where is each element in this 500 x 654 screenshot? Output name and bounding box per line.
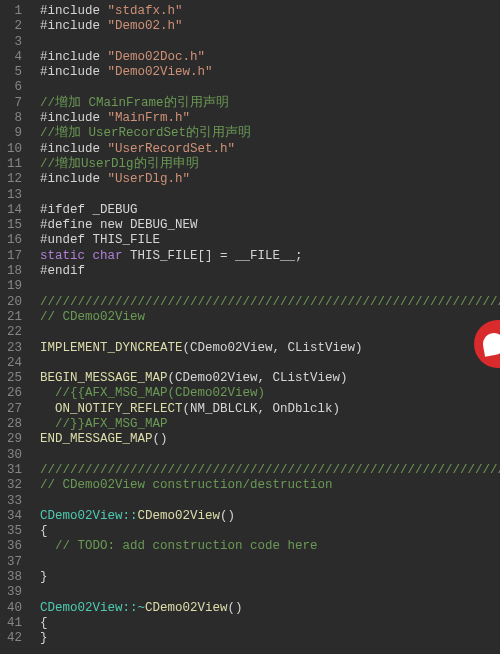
code-line[interactable]: #undef THIS_FILE xyxy=(40,233,500,248)
line-number: 30 xyxy=(4,448,22,463)
line-number: 26 xyxy=(4,386,22,401)
line-number: 5 xyxy=(4,65,22,80)
code-line[interactable] xyxy=(40,448,500,463)
code-line[interactable]: //增加 CMainFrame的引用声明 xyxy=(40,96,500,111)
line-number: 23 xyxy=(4,341,22,356)
line-number-gutter: 1234567891011121314151617181920212223242… xyxy=(0,0,30,654)
code-line[interactable]: END_MESSAGE_MAP() xyxy=(40,432,500,447)
code-line[interactable]: //{{AFX_MSG_MAP(CDemo02View) xyxy=(40,386,500,401)
line-number: 37 xyxy=(4,555,22,570)
code-line[interactable]: CDemo02View::~CDemo02View() xyxy=(40,601,500,616)
code-line[interactable]: ////////////////////////////////////////… xyxy=(40,463,500,478)
code-line[interactable]: // CDemo02View xyxy=(40,310,500,325)
line-number: 12 xyxy=(4,172,22,187)
code-line[interactable]: BEGIN_MESSAGE_MAP(CDemo02View, CListView… xyxy=(40,371,500,386)
code-line[interactable]: ON_NOTIFY_REFLECT(NM_DBLCLK, OnDblclk) xyxy=(40,402,500,417)
code-line[interactable] xyxy=(40,279,500,294)
code-line[interactable]: // TODO: add construction code here xyxy=(40,539,500,554)
line-number: 42 xyxy=(4,631,22,646)
code-line[interactable]: #endif xyxy=(40,264,500,279)
code-line[interactable] xyxy=(40,555,500,570)
code-line[interactable]: IMPLEMENT_DYNCREATE(CDemo02View, CListVi… xyxy=(40,341,500,356)
line-number: 13 xyxy=(4,188,22,203)
code-area[interactable]: #include "stdafx.h"#include "Demo02.h" #… xyxy=(30,0,500,654)
line-number: 20 xyxy=(4,295,22,310)
line-number: 27 xyxy=(4,402,22,417)
line-number: 28 xyxy=(4,417,22,432)
line-number: 2 xyxy=(4,19,22,34)
watermark-icon xyxy=(481,331,500,356)
line-number: 40 xyxy=(4,601,22,616)
line-number: 25 xyxy=(4,371,22,386)
code-line[interactable] xyxy=(40,35,500,50)
line-number: 34 xyxy=(4,509,22,524)
line-number: 31 xyxy=(4,463,22,478)
code-line[interactable] xyxy=(40,80,500,95)
line-number: 14 xyxy=(4,203,22,218)
line-number: 15 xyxy=(4,218,22,233)
line-number: 24 xyxy=(4,356,22,371)
code-line[interactable]: } xyxy=(40,570,500,585)
code-line[interactable]: #include "stdafx.h" xyxy=(40,4,500,19)
code-line[interactable]: ////////////////////////////////////////… xyxy=(40,295,500,310)
code-line[interactable]: #ifdef _DEBUG xyxy=(40,203,500,218)
code-line[interactable] xyxy=(40,356,500,371)
code-line[interactable]: #include "UserRecordSet.h" xyxy=(40,142,500,157)
line-number: 19 xyxy=(4,279,22,294)
code-line[interactable]: //增加 UserRecordSet的引用声明 xyxy=(40,126,500,141)
code-line[interactable]: #include "Demo02View.h" xyxy=(40,65,500,80)
code-line[interactable]: { xyxy=(40,616,500,631)
code-line[interactable] xyxy=(40,585,500,600)
code-line[interactable]: #include "UserDlg.h" xyxy=(40,172,500,187)
line-number: 9 xyxy=(4,126,22,141)
line-number: 32 xyxy=(4,478,22,493)
line-number: 11 xyxy=(4,157,22,172)
code-line[interactable]: static char THIS_FILE[] = __FILE__; xyxy=(40,249,500,264)
line-number: 17 xyxy=(4,249,22,264)
line-number: 22 xyxy=(4,325,22,340)
code-line[interactable]: { xyxy=(40,524,500,539)
code-line[interactable]: CDemo02View::CDemo02View() xyxy=(40,509,500,524)
code-editor[interactable]: 1234567891011121314151617181920212223242… xyxy=(0,0,500,654)
line-number: 16 xyxy=(4,233,22,248)
line-number: 10 xyxy=(4,142,22,157)
line-number: 21 xyxy=(4,310,22,325)
code-line[interactable]: //增加UserDlg的引用申明 xyxy=(40,157,500,172)
code-line[interactable]: //}}AFX_MSG_MAP xyxy=(40,417,500,432)
code-line[interactable]: } xyxy=(40,631,500,646)
line-number: 41 xyxy=(4,616,22,631)
line-number: 38 xyxy=(4,570,22,585)
line-number: 8 xyxy=(4,111,22,126)
line-number: 4 xyxy=(4,50,22,65)
code-line[interactable]: #include "MainFrm.h" xyxy=(40,111,500,126)
code-line[interactable]: #define new DEBUG_NEW xyxy=(40,218,500,233)
code-line[interactable] xyxy=(40,325,500,340)
line-number: 7 xyxy=(4,96,22,111)
code-line[interactable] xyxy=(40,494,500,509)
code-line[interactable] xyxy=(40,188,500,203)
line-number: 29 xyxy=(4,432,22,447)
line-number: 1 xyxy=(4,4,22,19)
line-number: 35 xyxy=(4,524,22,539)
code-line[interactable]: #include "Demo02Doc.h" xyxy=(40,50,500,65)
code-line[interactable]: #include "Demo02.h" xyxy=(40,19,500,34)
line-number: 33 xyxy=(4,494,22,509)
line-number: 3 xyxy=(4,35,22,50)
line-number: 6 xyxy=(4,80,22,95)
code-line[interactable]: // CDemo02View construction/destruction xyxy=(40,478,500,493)
line-number: 39 xyxy=(4,585,22,600)
line-number: 36 xyxy=(4,539,22,554)
line-number: 18 xyxy=(4,264,22,279)
